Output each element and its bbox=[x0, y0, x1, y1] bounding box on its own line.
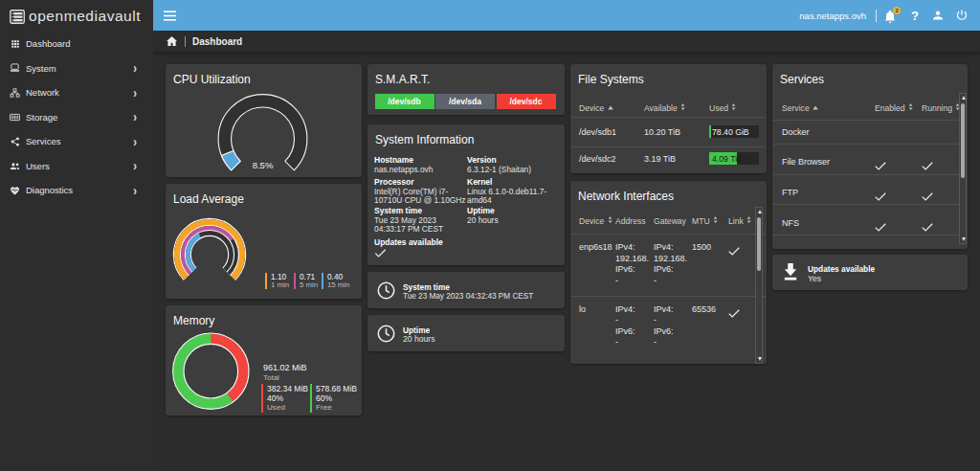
svg-text:8.5%: 8.5% bbox=[253, 160, 274, 170]
